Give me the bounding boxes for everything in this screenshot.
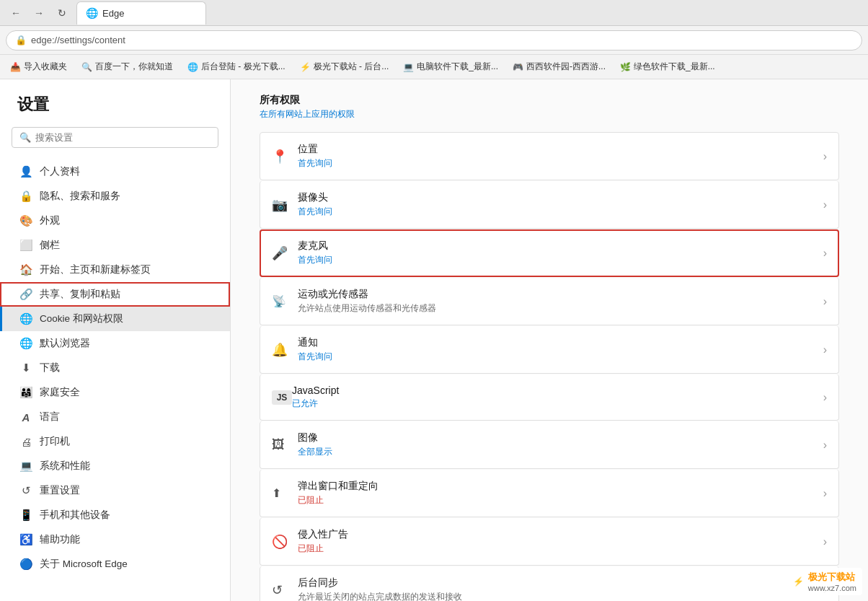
bookmark-jiguang2-icon: ⚡ — [300, 62, 311, 72]
bookmark-jiguang2[interactable]: ⚡ 极光下载站 - 后台... — [296, 59, 394, 74]
sidebar-item-sidebar[interactable]: ⬜ 侧栏 — [0, 233, 230, 258]
bookmark-green-icon: 🌿 — [620, 62, 631, 72]
about-icon: 🔵 — [19, 558, 32, 571]
background-sync-icon: ↺ — [272, 582, 298, 598]
microphone-icon: 🎤 — [272, 245, 298, 261]
search-box[interactable]: 🔍 — [12, 127, 218, 148]
bookmark-software1[interactable]: 💻 电脑软件下载_最新... — [399, 59, 502, 74]
accessibility-icon: ♿ — [19, 533, 32, 546]
javascript-status: 已允许 — [292, 398, 823, 410]
sidebar-item-printer[interactable]: 🖨 打印机 — [0, 429, 230, 454]
location-icon: 📍 — [272, 149, 298, 164]
all-permissions-subtitle[interactable]: 在所有网站上应用的权限 — [260, 108, 839, 120]
bookmark-software1-label: 电脑软件下载_最新... — [417, 61, 498, 73]
bookmark-xixi[interactable]: 🎮 西西软件园-西西游... — [508, 59, 610, 74]
mobile-icon: 📱 — [19, 509, 32, 522]
address-bar[interactable]: 🔒 edge://settings/content — [6, 30, 862, 51]
permission-motion[interactable]: 📡 运动或光传感器 允许站点使用运动传感器和光传感器 › — [260, 278, 839, 325]
images-name: 图像 — [298, 431, 823, 444]
bookmark-baidu-icon: 🔍 — [81, 62, 92, 72]
bookmark-import-label: 导入收藏夹 — [24, 61, 67, 73]
bookmark-import[interactable]: 📥 导入收藏夹 — [6, 59, 71, 74]
bookmark-software1-icon: 💻 — [403, 62, 414, 72]
search-input[interactable] — [35, 132, 211, 143]
back-button[interactable]: ← — [6, 3, 26, 23]
sidebar-item-accessibility[interactable]: ♿ 辅助功能 — [0, 527, 230, 552]
sidebar-item-about[interactable]: 🔵 关于 Microsoft Edge — [0, 552, 230, 576]
microphone-arrow: › — [823, 247, 827, 260]
sidebar-item-sidebar-label: 侧栏 — [40, 239, 60, 252]
sidebar-item-privacy[interactable]: 🔒 隐私、搜索和服务 — [0, 184, 230, 209]
sidebar-item-language[interactable]: A 语言 — [0, 405, 230, 429]
bookmark-baidu[interactable]: 🔍 百度一下，你就知道 — [77, 59, 177, 74]
bookmark-xixi-label: 西西软件园-西西游... — [526, 61, 606, 73]
microphone-status: 首先询问 — [298, 254, 823, 266]
browser-chrome: ← → ↻ 🌐 Edge 🔒 edge://settings/content 📥… — [0, 0, 868, 79]
bookmark-baidu-label: 百度一下，你就知道 — [95, 61, 173, 73]
bookmark-green[interactable]: 🌿 绿色软件下载_最新... — [616, 59, 719, 74]
sidebar-item-share[interactable]: 🔗 共享、复制和粘贴 — [0, 282, 230, 307]
sidebar-item-default[interactable]: 🌐 默认浏览器 — [0, 331, 230, 356]
motion-status: 允许站点使用运动传感器和光传感器 — [298, 302, 823, 315]
javascript-info: JavaScript 已允许 — [292, 385, 823, 410]
bookmark-import-icon: 📥 — [10, 62, 21, 72]
permission-notifications[interactable]: 🔔 通知 首先询问 › — [260, 326, 839, 374]
ads-info: 侵入性广告 已阻止 — [298, 528, 823, 555]
camera-status: 首先询问 — [298, 206, 823, 218]
sidebar-item-appearance[interactable]: 🎨 外观 — [0, 209, 230, 233]
nav-buttons: ← → ↻ — [6, 3, 72, 23]
content-section: 所有权限 在所有网站上应用的权限 📍 位置 首先询问 › 📷 摄像头 首先询问 … — [231, 79, 868, 601]
motion-name: 运动或光传感器 — [298, 288, 823, 301]
sidebar-item-system[interactable]: 💻 系统和性能 — [0, 454, 230, 478]
sidebar-item-profile-label: 个人资料 — [40, 165, 80, 178]
location-arrow: › — [823, 150, 827, 163]
permission-ads[interactable]: 🚫 侵入性广告 已阻止 › — [260, 518, 839, 566]
active-tab[interactable]: 🌐 Edge — [76, 1, 206, 25]
permission-camera[interactable]: 📷 摄像头 首先询问 › — [260, 181, 839, 229]
default-icon: 🌐 — [19, 337, 32, 350]
permission-javascript[interactable]: JS JavaScript 已允许 › — [260, 374, 839, 421]
popups-info: 弹出窗口和重定向 已阻止 — [298, 480, 823, 506]
refresh-button[interactable]: ↻ — [52, 3, 72, 23]
sidebar-item-cookies-label: Cookie 和网站权限 — [40, 312, 123, 325]
reset-icon: ↺ — [19, 484, 32, 497]
sidebar-item-cookies[interactable]: 🌐 Cookie 和网站权限 — [0, 307, 230, 331]
permission-background-sync[interactable]: ↺ 后台同步 允许最近关闭的站点完成数据的发送和接收 › — [260, 566, 839, 601]
sidebar-item-newtab[interactable]: 🏠 开始、主页和新建标签页 — [0, 258, 230, 282]
permission-microphone[interactable]: 🎤 麦克风 首先询问 › — [260, 229, 839, 277]
forward-button[interactable]: → — [29, 3, 49, 23]
sidebar-item-printer-label: 打印机 — [40, 435, 70, 448]
bookmark-jiguang1[interactable]: 🌐 后台登陆 - 极光下载... — [183, 59, 290, 74]
sidebar-item-reset-label: 重置设置 — [40, 484, 80, 497]
sidebar-item-reset[interactable]: ↺ 重置设置 — [0, 478, 230, 503]
camera-icon: 📷 — [272, 197, 298, 213]
sidebar-item-download[interactable]: ⬇ 下载 — [0, 356, 230, 380]
popups-icon: ⬆ — [272, 486, 298, 500]
sidebar-item-profile[interactable]: 👤 个人资料 — [0, 159, 230, 184]
watermark-url: www.xz7.com — [808, 584, 856, 592]
notifications-info: 通知 首先询问 — [298, 336, 823, 363]
notifications-arrow: › — [823, 343, 827, 356]
motion-info: 运动或光传感器 允许站点使用运动传感器和光传感器 — [298, 288, 823, 315]
permission-location[interactable]: 📍 位置 首先询问 › — [260, 132, 839, 180]
tab-bar: ← → ↻ 🌐 Edge — [0, 0, 868, 26]
address-bar-row: 🔒 edge://settings/content — [0, 26, 868, 55]
sidebar-item-default-label: 默认浏览器 — [40, 337, 90, 350]
search-icon: 🔍 — [19, 132, 31, 143]
sidebar-item-mobile[interactable]: 📱 手机和其他设备 — [0, 503, 230, 527]
background-sync-status: 允许最近关闭的站点完成数据的发送和接收 — [298, 591, 823, 601]
permission-popups[interactable]: ⬆ 弹出窗口和重定向 已阻止 › — [260, 470, 839, 517]
download-icon: ⬇ — [19, 361, 32, 374]
profile-icon: 👤 — [19, 165, 32, 178]
bookmark-jiguang1-label: 后台登陆 - 极光下载... — [201, 61, 285, 73]
language-icon: A — [19, 411, 32, 424]
motion-arrow: › — [823, 295, 827, 308]
permission-images[interactable]: 🖼 图像 全部显示 › — [260, 421, 839, 469]
watermark-icon: ⚡ — [793, 576, 804, 587]
address-text: edge://settings/content — [31, 35, 125, 45]
location-info: 位置 首先询问 — [298, 143, 823, 170]
watermark: ⚡ 极光下载站 www.xz7.com — [787, 568, 862, 595]
bookmark-green-label: 绿色软件下载_最新... — [634, 61, 715, 73]
sidebar-item-mobile-label: 手机和其他设备 — [40, 509, 110, 522]
sidebar-item-family[interactable]: 👨‍👩‍👧 家庭安全 — [0, 380, 230, 405]
